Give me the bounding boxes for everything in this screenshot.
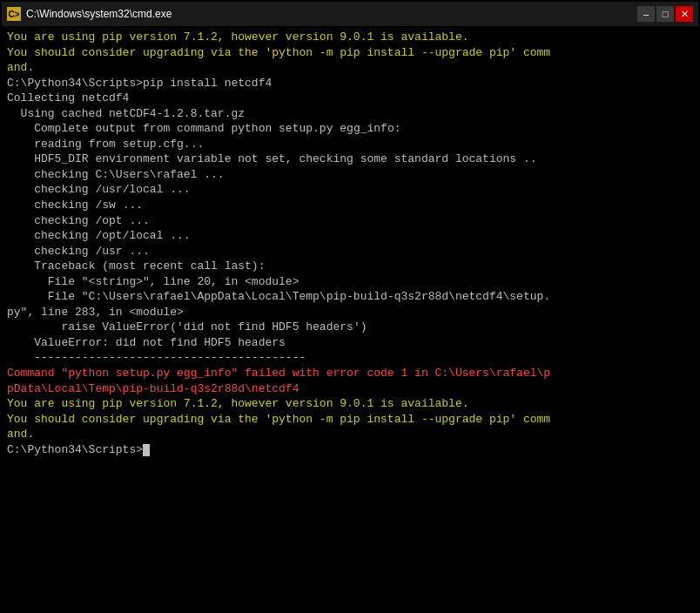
terminal-line: You are using pip version 7.1.2, however… xyxy=(7,30,693,45)
terminal-line: checking /opt ... xyxy=(7,213,693,229)
terminal-line: pData\Local\Temp\pip-build-q3s2r88d\netc… xyxy=(7,381,693,397)
cmd-window: C> C:\Windows\system32\cmd.exe – □ ✕ You… xyxy=(0,0,700,613)
window-title: C:\Windows\system32\cmd.exe xyxy=(26,8,172,20)
minimize-button[interactable]: – xyxy=(637,6,655,22)
terminal-line: raise ValueError('did not find HDF5 head… xyxy=(7,320,693,335)
terminal-line: checking C:\Users\rafael ... xyxy=(7,167,693,183)
title-bar: C> C:\Windows\system32\cmd.exe – □ ✕ xyxy=(2,2,698,26)
title-bar-left: C> C:\Windows\system32\cmd.exe xyxy=(7,7,172,21)
maximize-button[interactable]: □ xyxy=(656,6,674,22)
terminal-line: C:\Python34\Scripts> xyxy=(7,442,693,458)
terminal-line: Using cached netCDF4-1.2.8.tar.gz xyxy=(7,106,693,122)
terminal-line: reading from setup.cfg... xyxy=(7,137,693,152)
terminal-line: checking /usr/local ... xyxy=(7,182,693,198)
close-button[interactable]: ✕ xyxy=(676,6,693,22)
terminal-line: HDF5_DIR environment variable not set, c… xyxy=(7,152,693,167)
terminal-line: Command "python setup.py egg_info" faile… xyxy=(7,366,693,381)
terminal-line: checking /usr ... xyxy=(7,244,693,259)
cursor xyxy=(143,444,150,456)
terminal-line: You should consider upgrading via the 'p… xyxy=(7,45,693,61)
window-icon: C> xyxy=(7,7,21,21)
terminal-line: ---------------------------------------- xyxy=(7,350,693,366)
window-controls: – □ ✕ xyxy=(637,6,693,22)
terminal-line: Traceback (most recent call last): xyxy=(7,259,693,274)
terminal-line: Complete output from command python setu… xyxy=(7,121,693,137)
terminal-line: File "C:\Users\rafael\AppData\Local\Temp… xyxy=(7,289,693,305)
terminal-line: Collecting netcdf4 xyxy=(7,91,693,106)
terminal-line: and. xyxy=(7,60,693,76)
terminal-output: You are using pip version 7.1.2, however… xyxy=(2,26,698,611)
terminal-line: C:\Python34\Scripts>pip install netcdf4 xyxy=(7,76,693,91)
terminal-line: and. xyxy=(7,427,693,442)
terminal-line: You are using pip version 7.1.2, however… xyxy=(7,396,693,412)
terminal-line: checking /opt/local ... xyxy=(7,228,693,244)
terminal-line: ValueError: did not find HDF5 headers xyxy=(7,335,693,351)
terminal-line: py", line 283, in <module> xyxy=(7,305,693,320)
terminal-line: checking /sw ... xyxy=(7,198,693,213)
terminal-line: File "<string>", line 20, in <module> xyxy=(7,274,693,290)
terminal-line: You should consider upgrading via the 'p… xyxy=(7,412,693,428)
